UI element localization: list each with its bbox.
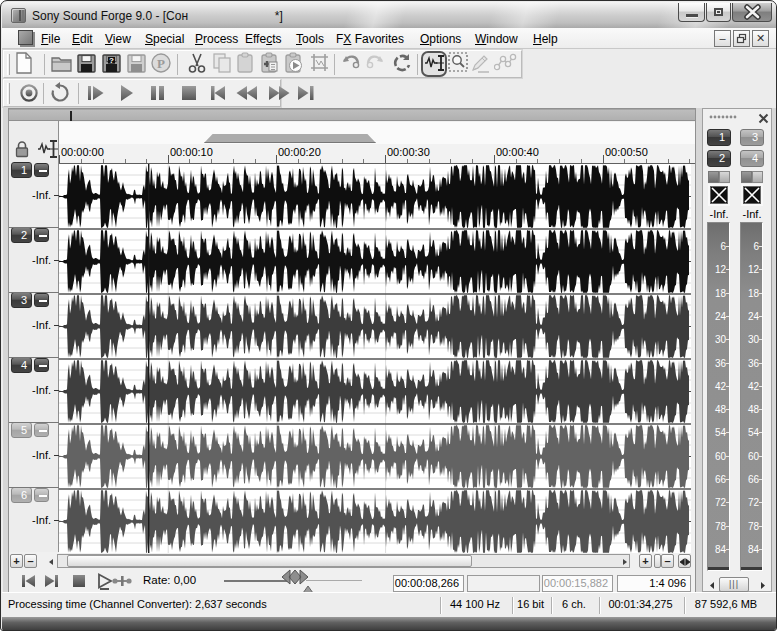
svg-text:P: P — [157, 56, 165, 71]
svg-text:?: ? — [109, 56, 114, 65]
